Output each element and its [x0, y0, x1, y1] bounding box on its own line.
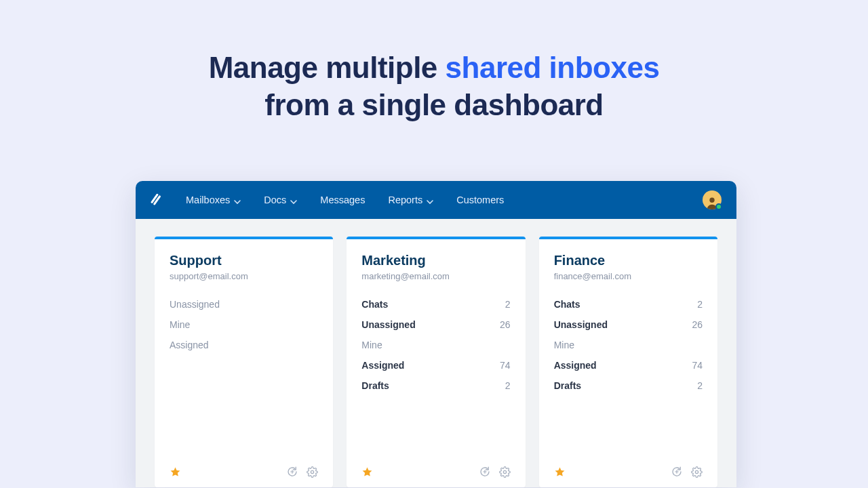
row-count: 74: [692, 360, 703, 371]
inbox-card: Marketingmarketing@email.comChats2Unassi…: [347, 237, 525, 487]
inbox-row[interactable]: Chats2: [361, 299, 510, 310]
svg-point-5: [695, 470, 698, 473]
app-window: Mailboxes Docs Messages Reports Customer…: [136, 181, 736, 487]
inbox-email: marketing@email.com: [361, 271, 510, 281]
nav-messages[interactable]: Messages: [320, 195, 365, 205]
nav-label: Messages: [320, 195, 365, 205]
new-conversation-icon[interactable]: [286, 466, 298, 478]
presence-indicator: [715, 203, 722, 210]
inbox-rows: Chats2Unassigned26MineAssigned74Drafts2: [361, 299, 510, 460]
row-count: 2: [697, 380, 703, 391]
row-label: Unassigned: [361, 319, 415, 330]
inbox-card: Supportsupport@email.comUnassignedMineAs…: [155, 237, 333, 487]
svg-point-4: [503, 470, 506, 473]
row-label: Unassigned: [554, 319, 608, 330]
svg-point-3: [311, 470, 314, 473]
inbox-rows: UnassignedMineAssigned: [170, 299, 318, 460]
star-icon[interactable]: [361, 466, 373, 478]
star-icon[interactable]: [554, 466, 566, 478]
row-label: Chats: [361, 299, 388, 310]
brand-logo-icon[interactable]: [151, 194, 163, 206]
hero-banner: Manage multiple shared inboxes from a si…: [0, 0, 868, 123]
top-navbar: Mailboxes Docs Messages Reports Customer…: [136, 181, 736, 219]
row-count: 2: [505, 299, 511, 310]
gear-icon[interactable]: [499, 466, 511, 478]
nav-reports[interactable]: Reports: [388, 195, 433, 205]
row-label: Drafts: [554, 380, 581, 391]
card-footer: [361, 466, 510, 478]
row-label: Chats: [554, 299, 580, 310]
inbox-row[interactable]: Drafts2: [361, 380, 510, 391]
inbox-row[interactable]: Mine: [554, 340, 703, 350]
inbox-row[interactable]: Mine: [170, 319, 318, 330]
row-label: Drafts: [361, 380, 389, 391]
new-conversation-icon[interactable]: [479, 466, 491, 478]
chevron-down-icon: [234, 197, 241, 203]
hero-title: Manage multiple shared inboxes from a si…: [0, 49, 868, 123]
nav-items: Mailboxes Docs Messages Reports Customer…: [186, 195, 504, 205]
inbox-email: support@email.com: [170, 271, 318, 281]
chevron-down-icon: [427, 197, 433, 203]
inbox-title[interactable]: Finance: [554, 253, 703, 268]
inbox-email: finance@email.com: [554, 271, 703, 281]
nav-label: Reports: [388, 195, 422, 205]
inbox-row[interactable]: Drafts2: [554, 380, 703, 391]
user-avatar[interactable]: [703, 190, 722, 209]
chevron-down-icon: [290, 197, 297, 203]
gear-icon[interactable]: [691, 466, 703, 478]
row-label: Assigned: [554, 360, 597, 371]
gear-icon[interactable]: [307, 466, 318, 478]
new-conversation-icon[interactable]: [671, 466, 683, 478]
inbox-row[interactable]: Unassigned: [170, 299, 318, 310]
hero-line2: from a single dashboard: [264, 88, 603, 121]
row-label: Assigned: [361, 360, 404, 371]
inbox-rows: Chats2Unassigned26MineAssigned74Drafts2: [554, 299, 703, 460]
inbox-row[interactable]: Unassigned26: [554, 319, 703, 330]
row-count: 26: [500, 319, 511, 330]
inbox-row[interactable]: Unassigned26: [361, 319, 510, 330]
row-count: 2: [697, 299, 703, 310]
inbox-row[interactable]: Assigned74: [361, 360, 510, 371]
row-count: 74: [500, 360, 511, 371]
row-label: Mine: [554, 340, 574, 350]
card-footer: [170, 466, 318, 478]
inbox-card: Financefinance@email.comChats2Unassigned…: [539, 237, 717, 487]
inbox-row[interactable]: Assigned: [170, 340, 318, 350]
inbox-cards: Supportsupport@email.comUnassignedMineAs…: [136, 219, 736, 487]
row-count: 2: [505, 380, 511, 391]
row-count: 26: [692, 319, 703, 330]
inbox-row[interactable]: Assigned74: [554, 360, 703, 371]
nav-label: Mailboxes: [186, 195, 230, 205]
row-label: Unassigned: [170, 299, 220, 310]
row-label: Mine: [361, 340, 382, 350]
card-footer: [554, 466, 703, 478]
hero-line1-accent: shared inboxes: [446, 51, 660, 84]
nav-label: Customers: [456, 195, 504, 205]
nav-docs[interactable]: Docs: [264, 195, 297, 205]
svg-point-2: [709, 198, 714, 203]
inbox-title[interactable]: Marketing: [361, 253, 510, 268]
nav-customers[interactable]: Customers: [456, 195, 504, 205]
nav-mailboxes[interactable]: Mailboxes: [186, 195, 241, 205]
row-label: Mine: [170, 319, 190, 330]
hero-line1-pre: Manage multiple: [209, 51, 446, 84]
row-label: Assigned: [170, 340, 209, 350]
inbox-row[interactable]: Mine: [361, 340, 510, 350]
inbox-row[interactable]: Chats2: [554, 299, 703, 310]
inbox-title[interactable]: Support: [170, 253, 318, 268]
nav-label: Docs: [264, 195, 286, 205]
star-icon[interactable]: [170, 466, 181, 478]
